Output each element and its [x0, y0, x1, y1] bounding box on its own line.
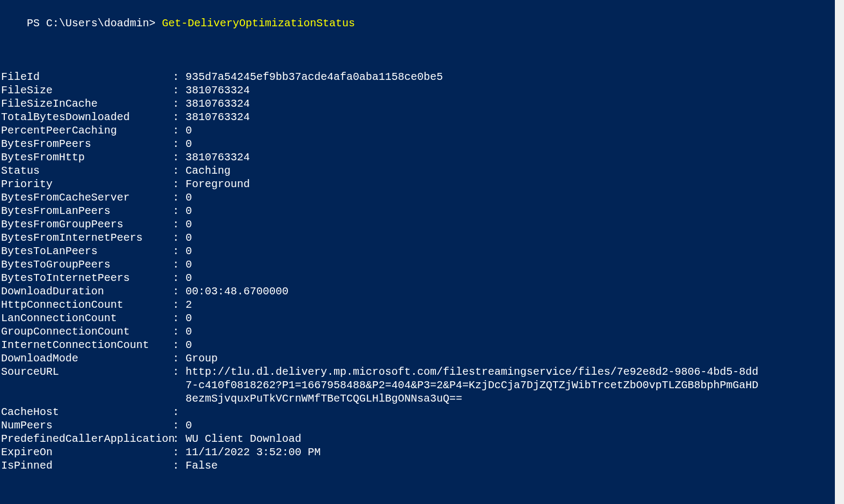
output-row: BytesToInternetPeers: 0 — [1, 271, 836, 285]
output-key: TotalBytesDownloaded — [1, 110, 173, 124]
output-row: HttpConnectionCount: 2 — [1, 298, 836, 312]
output-separator: : — [173, 218, 186, 231]
output-key: BytesToLanPeers — [1, 244, 173, 258]
output-key: BytesToInternetPeers — [1, 271, 173, 285]
output-value: 0 — [186, 137, 192, 151]
output-key: InternetConnectionCount — [1, 338, 173, 352]
output-value: Foreground — [186, 177, 250, 191]
output-key: Status — [1, 164, 173, 177]
output-key: PercentPeerCaching — [1, 124, 173, 137]
output-key: FileId — [1, 70, 173, 84]
terminal-content[interactable]: PS C:\Users\doadmin> Get-DeliveryOptimiz… — [1, 3, 836, 472]
output-key: FileSize — [1, 84, 173, 97]
output-separator: : — [173, 459, 186, 472]
output-row: BytesFromCacheServer: 0 — [1, 191, 836, 204]
output-key: BytesFromLanPeers — [1, 204, 173, 218]
output-key: BytesFromPeers — [1, 137, 173, 151]
output-value: 3810763324 — [186, 84, 250, 97]
output-key: IsPinned — [1, 459, 173, 472]
output-continuation: 8ezmSjvquxPuTkVCrnWMfTBeTCQGLHlBgONNsa3u… — [1, 392, 836, 405]
output-separator: : — [173, 298, 186, 312]
output-value: 0 — [186, 191, 192, 204]
output-container: FileId: 935d7a54245ef9bb37acde4afa0aba11… — [1, 70, 836, 472]
output-value: 0 — [186, 312, 192, 325]
output-row: BytesFromPeers: 0 — [1, 137, 836, 151]
output-separator: : — [173, 244, 186, 258]
output-separator: : — [173, 405, 186, 419]
output-row: IsPinned: False — [1, 459, 836, 472]
output-row: DownloadMode: Group — [1, 352, 836, 365]
output-separator: : — [173, 432, 186, 446]
output-separator: : — [173, 419, 186, 432]
output-key: DownloadMode — [1, 352, 173, 365]
output-key: FileSizeInCache — [1, 97, 173, 110]
output-separator: : — [173, 177, 186, 191]
scrollbar[interactable] — [835, 0, 844, 504]
output-row: TotalBytesDownloaded: 3810763324 — [1, 110, 836, 124]
output-value: False — [186, 459, 218, 472]
output-value: 0 — [186, 258, 192, 271]
output-row: LanConnectionCount: 0 — [1, 312, 836, 325]
output-separator: : — [173, 204, 186, 218]
output-value: 2 — [186, 298, 192, 312]
output-row: SourceURL: http://tlu.dl.delivery.mp.mic… — [1, 365, 836, 379]
output-row: BytesFromInternetPeers: 0 — [1, 231, 836, 244]
output-separator: : — [173, 325, 186, 338]
output-value: Caching — [186, 164, 231, 177]
output-value: 3810763324 — [186, 151, 250, 164]
output-separator: : — [173, 110, 186, 124]
output-value: http://tlu.dl.delivery.mp.microsoft.com/… — [186, 365, 758, 379]
output-row: BytesFromHttp: 3810763324 — [1, 151, 836, 164]
output-separator: : — [173, 365, 186, 379]
output-separator: : — [173, 285, 186, 298]
output-separator: : — [173, 70, 186, 84]
output-row: FileSizeInCache: 3810763324 — [1, 97, 836, 110]
output-value: 11/11/2022 3:52:00 PM — [186, 446, 321, 459]
output-separator: : — [173, 84, 186, 97]
output-separator: : — [173, 312, 186, 325]
prompt-command: Get-DeliveryOptimizationStatus — [162, 17, 355, 29]
output-row: BytesFromLanPeers: 0 — [1, 204, 836, 218]
output-key: BytesFromInternetPeers — [1, 231, 173, 244]
output-row: DownloadDuration: 00:03:48.6700000 — [1, 285, 836, 298]
output-row: PercentPeerCaching: 0 — [1, 124, 836, 137]
output-row: Status: Caching — [1, 164, 836, 177]
output-value: 3810763324 — [186, 110, 250, 124]
output-separator: : — [173, 191, 186, 204]
output-separator: : — [173, 124, 186, 137]
prompt-prefix: PS C:\Users\doadmin> — [27, 17, 162, 29]
output-row: NumPeers: 0 — [1, 419, 836, 432]
output-row: PredefinedCallerApplication: WU Client D… — [1, 432, 836, 446]
output-separator: : — [173, 258, 186, 271]
output-value: 3810763324 — [186, 97, 250, 110]
output-row: ExpireOn: 11/11/2022 3:52:00 PM — [1, 446, 836, 459]
output-value: 0 — [186, 124, 192, 137]
output-row: BytesToLanPeers: 0 — [1, 244, 836, 258]
output-separator: : — [173, 164, 186, 177]
output-separator: : — [173, 271, 186, 285]
output-value: 0 — [186, 231, 192, 244]
output-value: 0 — [186, 271, 192, 285]
output-value: WU Client Download — [186, 432, 301, 446]
output-row: CacheHost: — [1, 405, 836, 419]
output-key: BytesFromGroupPeers — [1, 218, 173, 231]
output-row: BytesToGroupPeers: 0 — [1, 258, 836, 271]
output-key: ExpireOn — [1, 446, 173, 459]
output-row: FileSize: 3810763324 — [1, 84, 836, 97]
prompt-line: PS C:\Users\doadmin> Get-DeliveryOptimiz… — [1, 3, 836, 43]
output-key: BytesFromHttp — [1, 151, 173, 164]
output-key: HttpConnectionCount — [1, 298, 173, 312]
output-key: NumPeers — [1, 419, 173, 432]
output-value: 0 — [186, 218, 192, 231]
output-row: GroupConnectionCount: 0 — [1, 325, 836, 338]
output-row: Priority: Foreground — [1, 177, 836, 191]
output-separator: : — [173, 137, 186, 151]
output-separator: : — [173, 97, 186, 110]
output-row: InternetConnectionCount: 0 — [1, 338, 836, 352]
output-key: GroupConnectionCount — [1, 325, 173, 338]
output-separator: : — [173, 446, 186, 459]
output-key: BytesToGroupPeers — [1, 258, 173, 271]
output-value: 0 — [186, 244, 192, 258]
output-key: PredefinedCallerApplication — [1, 432, 173, 446]
output-value: Group — [186, 352, 218, 365]
